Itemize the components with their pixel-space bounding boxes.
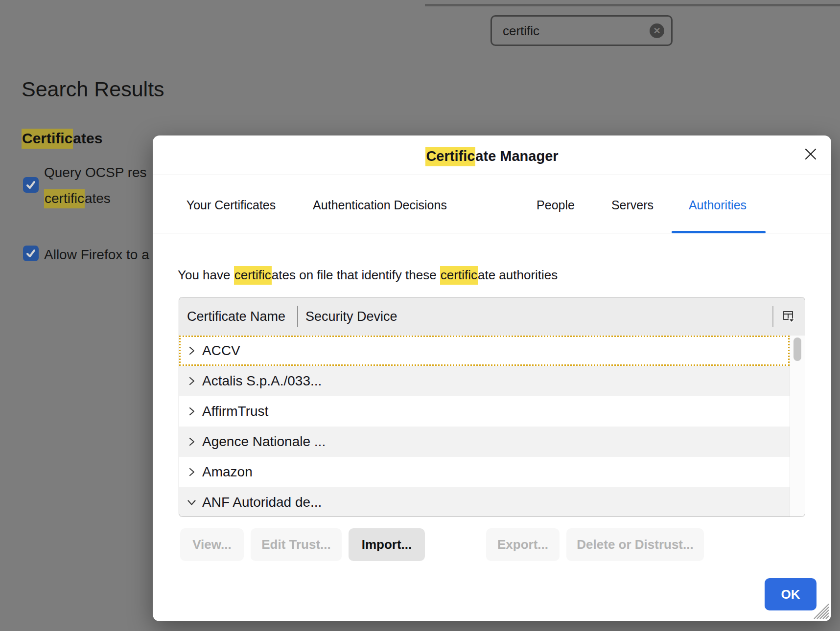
table-row-accv[interactable]: ACCV bbox=[179, 336, 790, 366]
chevron-right-icon bbox=[188, 467, 195, 477]
certificates-table: Certificate Name Security Device ACCV bbox=[179, 297, 805, 517]
tab-authorities[interactable]: Authorities bbox=[689, 198, 747, 212]
search-input[interactable] bbox=[502, 17, 636, 45]
active-tab-indicator bbox=[672, 231, 766, 233]
ocsp-checkbox[interactable] bbox=[23, 177, 39, 193]
resize-grip-icon[interactable] bbox=[809, 599, 830, 620]
header-divider bbox=[153, 175, 831, 175]
column-divider bbox=[772, 306, 773, 327]
table-row-amazon[interactable]: Amazon bbox=[179, 457, 790, 487]
table-row-actalis[interactable]: Actalis S.p.A./033... bbox=[179, 366, 790, 396]
action-buttons: View... Edit Trust... Import... Export..… bbox=[180, 528, 704, 561]
chevron-right-icon bbox=[188, 436, 195, 447]
tab-servers[interactable]: Servers bbox=[611, 198, 653, 212]
ocsp-option-label-line2: certificates bbox=[44, 191, 111, 206]
section-heading-highlight: Certific bbox=[22, 129, 73, 149]
table-row-agence-nationale[interactable]: Agence Nationale ... bbox=[179, 427, 790, 457]
table-rows: ACCV Actalis S.p.A./033... AffirmTrust A… bbox=[179, 336, 790, 517]
section-heading: Certificates bbox=[22, 130, 102, 147]
column-picker-icon bbox=[783, 310, 795, 323]
clear-search-button[interactable]: ✕ bbox=[650, 23, 664, 38]
import-button[interactable]: Import... bbox=[349, 528, 425, 561]
toolbar-bottom-divider bbox=[425, 4, 840, 6]
check-icon bbox=[25, 180, 36, 190]
column-header-certificate-name[interactable]: Certificate Name bbox=[187, 297, 285, 336]
settings-search-field[interactable]: ✕ bbox=[490, 15, 673, 46]
tab-your-certificates[interactable]: Your Certificates bbox=[187, 198, 276, 212]
authorities-description: You have certificates on file that ident… bbox=[178, 268, 558, 283]
table-row-affirmtrust[interactable]: AffirmTrust bbox=[179, 396, 790, 427]
table-row-anf-autoridad[interactable]: ANF Autoridad de... bbox=[179, 487, 790, 517]
view-button[interactable]: View... bbox=[180, 528, 244, 561]
table-header: Certificate Name Security Device bbox=[179, 297, 805, 336]
table-scrollbar[interactable] bbox=[790, 336, 805, 517]
page-title: Search Results bbox=[22, 77, 164, 101]
chevron-down-icon bbox=[188, 497, 195, 508]
delete-or-distrust-button[interactable]: Delete or Distrust... bbox=[566, 528, 704, 561]
column-header-security-device[interactable]: Security Device bbox=[305, 297, 397, 336]
dialog-title-highlight: Certific bbox=[425, 147, 475, 166]
clear-search-icon: ✕ bbox=[653, 26, 660, 35]
ocsp-option-label-line1: Query OCSP res bbox=[44, 165, 147, 180]
check-icon bbox=[25, 248, 36, 259]
allow-firefox-checkbox[interactable] bbox=[23, 246, 39, 261]
chevron-right-icon bbox=[188, 406, 195, 417]
chevron-right-icon bbox=[188, 376, 195, 386]
column-divider[interactable] bbox=[297, 306, 298, 327]
export-button[interactable]: Export... bbox=[486, 528, 560, 561]
tab-authentication-decisions[interactable]: Authentication Decisions bbox=[313, 198, 447, 212]
edit-trust-button[interactable]: Edit Trust... bbox=[251, 528, 342, 561]
certificate-manager-dialog: Certificate Manager Your Certificates Au… bbox=[153, 135, 831, 621]
allow-firefox-option-label: Allow Firefox to a bbox=[44, 247, 149, 263]
dialog-title: Certificate Manager bbox=[153, 148, 831, 164]
column-picker-button[interactable] bbox=[780, 308, 798, 325]
scrollbar-thumb[interactable] bbox=[793, 338, 801, 361]
chevron-right-icon bbox=[188, 345, 195, 356]
tab-people[interactable]: People bbox=[537, 198, 575, 212]
